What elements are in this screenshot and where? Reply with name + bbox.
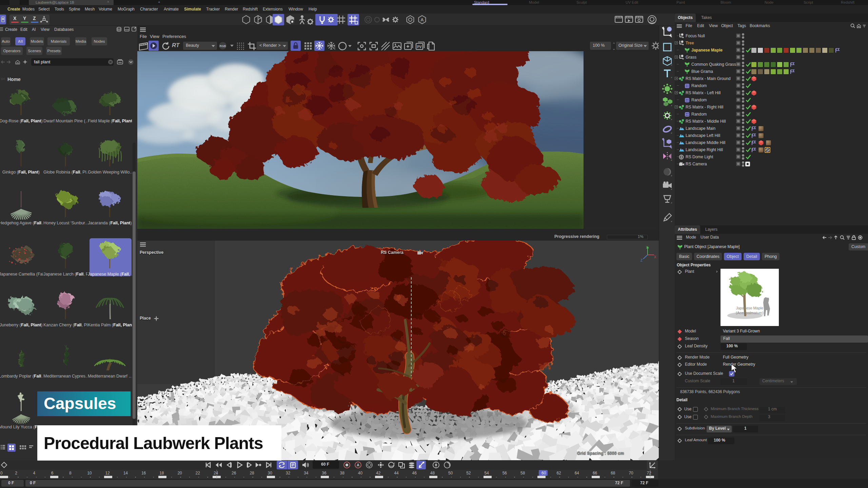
svg-text:Japanese Maple: Japanese Maple [736, 306, 764, 310]
svg-text:RGB: RGB [220, 44, 226, 48]
svg-text:(Acer palmatum): (Acer palmatum) [736, 311, 763, 315]
svg-text:Y: Y [646, 246, 648, 249]
svg-text:PV: PV [417, 45, 422, 49]
svg-text:X: X [654, 255, 656, 259]
svg-text:A: A [420, 17, 424, 22]
svg-text:A: A [357, 463, 359, 467]
svg-text:G: G [334, 47, 335, 50]
svg-text:Z: Z [640, 259, 643, 262]
